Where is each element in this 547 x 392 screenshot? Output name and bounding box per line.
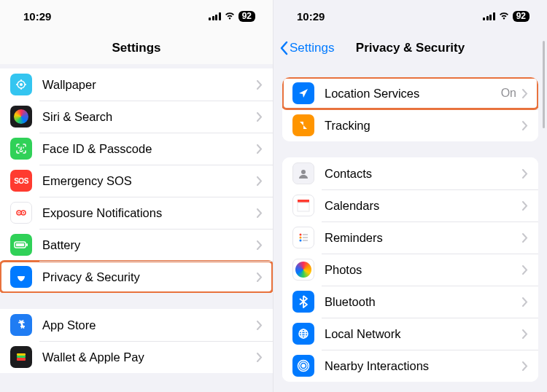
chevron-right-icon xyxy=(522,297,528,307)
reminders-icon xyxy=(292,227,314,248)
back-label: Settings xyxy=(290,41,334,55)
svg-rect-13 xyxy=(298,200,309,203)
nearby-icon xyxy=(292,355,314,377)
tracking-icon xyxy=(292,114,314,136)
chevron-right-icon xyxy=(522,329,528,339)
row-label: Photos xyxy=(325,263,522,277)
contacts-icon xyxy=(292,162,314,184)
svg-rect-10 xyxy=(17,356,26,358)
svg-point-16 xyxy=(300,237,302,239)
row-label: Siri & Search xyxy=(42,110,257,124)
back-button[interactable]: Settings xyxy=(279,32,334,64)
chevron-right-icon xyxy=(522,265,528,275)
row-label: Privacy & Security xyxy=(42,270,257,284)
row-label: Location Services xyxy=(325,87,501,101)
row-label: Calendars xyxy=(325,199,522,213)
privacy-group-location: Location Services On Tracking xyxy=(282,77,538,141)
chevron-right-icon xyxy=(522,233,528,243)
row-label: Face ID & Passcode xyxy=(42,142,257,156)
wallet-row[interactable]: Wallet & Apple Pay xyxy=(0,341,273,373)
wallpaper-row[interactable]: Wallpaper xyxy=(0,68,273,101)
settings-group-general: Wallpaper Siri & Search Face ID & Passco… xyxy=(0,68,273,293)
calendars-row[interactable]: Calendars xyxy=(282,189,538,222)
chevron-right-icon xyxy=(522,361,528,371)
svg-point-1 xyxy=(20,83,23,86)
nearby-row[interactable]: Nearby Interactions xyxy=(282,350,538,382)
privacy-group-data: Contacts Calendars Reminders xyxy=(282,157,538,382)
wifi-icon xyxy=(224,12,236,20)
appstore-row[interactable]: App Store xyxy=(0,309,273,341)
reminders-row[interactable]: Reminders xyxy=(282,222,538,254)
privacy-icon xyxy=(10,266,32,288)
settings-screen: 10:29 92 Settings Wallpaper xyxy=(0,0,274,392)
chevron-right-icon xyxy=(522,169,528,179)
scrollbar[interactable] xyxy=(543,41,545,128)
faceid-icon xyxy=(10,138,32,160)
row-label: Local Network xyxy=(325,327,522,341)
faceid-row[interactable]: Face ID & Passcode xyxy=(0,133,273,165)
nav-bar: Settings xyxy=(0,32,273,64)
exposure-icon xyxy=(10,202,32,224)
photos-icon xyxy=(292,259,314,281)
location-services-row[interactable]: Location Services On xyxy=(282,77,538,109)
chevron-right-icon xyxy=(257,112,263,122)
location-icon xyxy=(292,82,314,104)
svg-point-17 xyxy=(300,240,302,242)
chevron-right-icon xyxy=(257,144,263,154)
row-label: Bluetooth xyxy=(325,295,522,309)
privacy-row[interactable]: Privacy & Security xyxy=(0,261,273,293)
svg-rect-14 xyxy=(298,203,309,211)
bluetooth-icon xyxy=(292,291,314,313)
row-label: Exposure Notifications xyxy=(42,206,257,220)
row-label: Battery xyxy=(42,238,257,252)
svg-rect-11 xyxy=(17,358,26,361)
svg-point-12 xyxy=(301,170,306,174)
chevron-right-icon xyxy=(257,273,263,282)
chevron-right-icon xyxy=(257,240,263,250)
chevron-right-icon xyxy=(257,80,263,90)
svg-point-4 xyxy=(18,212,20,213)
page-title: Settings xyxy=(112,41,160,55)
appstore-icon xyxy=(10,314,32,336)
svg-rect-18 xyxy=(303,234,308,235)
cellular-icon xyxy=(209,12,221,20)
siri-row[interactable]: Siri & Search xyxy=(0,101,273,133)
wallet-icon xyxy=(10,346,32,368)
row-label: Reminders xyxy=(325,231,522,245)
photos-row[interactable]: Photos xyxy=(282,254,538,286)
svg-rect-9 xyxy=(17,353,26,356)
tracking-row[interactable]: Tracking xyxy=(282,109,538,141)
row-label: Nearby Interactions xyxy=(325,359,522,373)
network-icon xyxy=(292,323,314,345)
privacy-screen: 10:29 92 Settings Privacy & Security Loc… xyxy=(274,0,547,392)
row-label: Wallpaper xyxy=(42,78,257,92)
contacts-row[interactable]: Contacts xyxy=(282,157,538,189)
cellular-icon xyxy=(483,12,495,20)
row-label: Contacts xyxy=(325,167,522,181)
battery-row[interactable]: Battery xyxy=(0,229,273,261)
row-detail: On xyxy=(501,87,516,100)
chevron-right-icon xyxy=(522,89,528,98)
svg-rect-20 xyxy=(303,240,308,241)
status-time: 10:29 xyxy=(297,10,325,23)
status-time: 10:29 xyxy=(23,10,51,23)
chevron-right-icon xyxy=(257,176,263,186)
bluetooth-row[interactable]: Bluetooth xyxy=(282,286,538,318)
chevron-right-icon xyxy=(257,208,263,218)
status-bar: 10:29 92 xyxy=(0,0,273,32)
sos-row[interactable]: SOS Emergency SOS xyxy=(0,165,273,197)
chevron-right-icon xyxy=(522,121,528,130)
localnetwork-row[interactable]: Local Network xyxy=(282,318,538,350)
chevron-right-icon xyxy=(257,353,263,362)
wallpaper-icon xyxy=(10,74,32,95)
exposure-row[interactable]: Exposure Notifications xyxy=(0,197,273,229)
row-label: Tracking xyxy=(325,119,522,133)
svg-point-5 xyxy=(23,212,24,213)
svg-rect-19 xyxy=(303,237,308,238)
calendar-icon xyxy=(292,195,314,216)
battery-badge: 92 xyxy=(238,11,255,22)
svg-rect-8 xyxy=(26,243,28,246)
battery-icon xyxy=(10,234,32,256)
status-indicators: 92 xyxy=(209,11,255,22)
chevron-right-icon xyxy=(522,201,528,211)
